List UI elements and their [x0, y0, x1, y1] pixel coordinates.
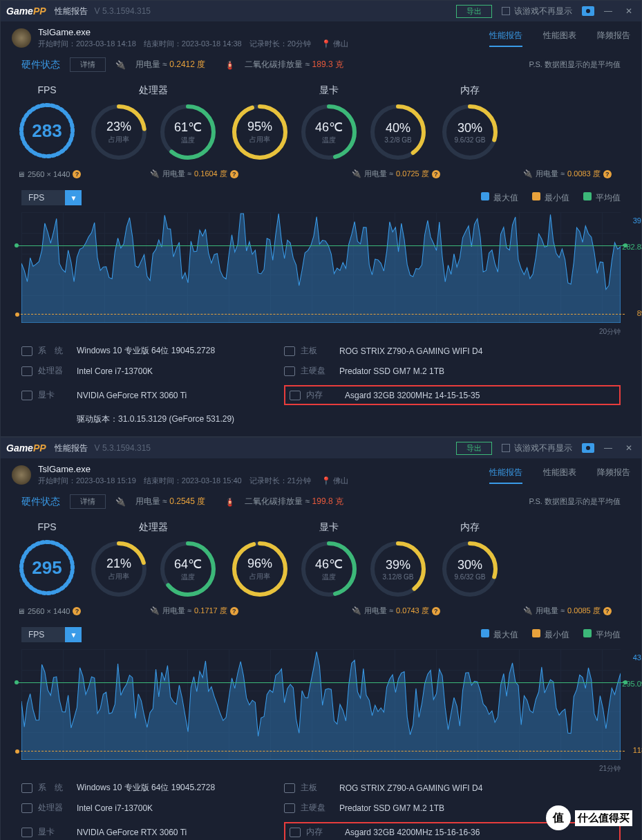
gauge-label: 3.2/8 GB — [384, 136, 411, 144]
chart-legend: 最大值 最小值 平均值 — [481, 192, 621, 204]
ram-group: 内存 30%9.6/32 GB — [440, 521, 500, 599]
gauge-label: 占用率 — [249, 572, 270, 581]
fps-chart[interactable]: 391 282.83 89 — [21, 212, 621, 323]
gauge: 46℃温度 — [299, 102, 359, 162]
cpu-label: 处理器 — [21, 365, 77, 377]
detail-button[interactable]: 详情 — [70, 57, 106, 72]
minimize-button[interactable]: — — [601, 441, 615, 455]
gauges-row: FPS 283 处理器 23%占用率 61℃温度 显卡 95%占用率 — [1, 79, 641, 167]
gauge: 46℃温度 — [299, 539, 359, 599]
dontshow-checkbox[interactable] — [502, 7, 510, 15]
legend-min: 最小值 — [532, 192, 569, 204]
status-bar: 硬件状态 详情 🔌 用电量 ≈ 0.2545 度 🧯 二氧化碳排放量 ≈ 199… — [1, 492, 641, 516]
plug-icon: 🔌 — [352, 606, 361, 615]
gauge-label: 9.6/32 GB — [454, 573, 485, 581]
cpu-group: 处理器 21%占用率 64℃温度 — [89, 521, 218, 599]
gauge-value: 295 — [32, 557, 62, 579]
os-value: Windows 10 专业版 64位 19045.2728 — [77, 345, 284, 357]
tab-2[interactable]: 降频报告 — [597, 467, 630, 484]
cpu-icon — [21, 366, 32, 376]
help-icon[interactable]: ? — [73, 170, 81, 178]
fps-chart[interactable]: 431 295.09 118 — [21, 649, 621, 760]
help-icon[interactable]: ? — [432, 607, 440, 615]
gauge: 30%9.6/32 GB — [440, 102, 500, 162]
chart-controls: FPS▼ 最大值 最小值 平均值 — [1, 623, 641, 646]
resolution: 🖥 2560 × 1440 ? — [17, 606, 107, 616]
minimize-button[interactable]: — — [601, 4, 615, 18]
chart-controls: FPS▼ 最大值 最小值 平均值 — [1, 186, 641, 209]
ram-power: 🔌用电量 ≈ 0.0085 度 ? — [523, 606, 612, 616]
mb-label: 主板 — [284, 345, 339, 357]
ram-icon — [290, 828, 301, 837]
metric-dropdown[interactable]: FPS▼ — [21, 627, 82, 642]
tab-2[interactable]: 降频报告 — [597, 30, 630, 47]
metric-dropdown[interactable]: FPS▼ — [21, 190, 82, 205]
chevron-down-icon: ▼ — [65, 627, 82, 642]
ssd-label: 主硬盘 — [284, 365, 339, 377]
cpu-value: Intel Core i7-13700K — [77, 803, 284, 813]
group-title: FPS — [37, 84, 56, 95]
gauge: 95%占用率 — [230, 102, 290, 162]
close-button[interactable]: ✕ — [622, 441, 636, 455]
help-icon[interactable]: ? — [603, 607, 612, 615]
mb-label: 主板 — [284, 782, 339, 794]
min-line — [17, 751, 625, 752]
gauge: 295 — [17, 538, 77, 597]
export-button[interactable]: 导出 — [456, 442, 492, 455]
cpu-label: 处理器 — [21, 802, 77, 814]
gauge-label: 占用率 — [249, 135, 270, 144]
gpu-label: 显卡 — [21, 389, 77, 401]
ram-power: 🔌用电量 ≈ 0.0083 度 ? — [523, 169, 612, 179]
gauge-value: 30% — [457, 121, 482, 136]
tabs: 性能报告性能图表降频报告 — [489, 467, 630, 484]
legend-avg: 平均值 — [583, 629, 621, 641]
mb-value: ROG STRIX Z790-A GAMING WIFI D4 — [339, 346, 621, 356]
camera-icon[interactable] — [582, 443, 594, 453]
fps-group: FPS 295 — [17, 521, 77, 599]
chart-duration: 20分钟 — [1, 326, 641, 338]
group-title: 处理器 — [139, 84, 168, 97]
co2-icon: 🧯 — [225, 60, 235, 70]
group-title: FPS — [37, 521, 56, 532]
help-icon[interactable]: ? — [73, 607, 81, 615]
gauges-row: FPS 295 处理器 21%占用率 64℃温度 显卡 96%占用率 — [1, 516, 641, 604]
ssd-value: Predator SSD GM7 M.2 1TB — [339, 366, 621, 376]
help-icon[interactable]: ? — [230, 170, 238, 178]
gauge: 64℃温度 — [158, 539, 218, 599]
y-min-label: 118 — [633, 746, 642, 754]
y-min-label: 89 — [637, 309, 642, 317]
help-icon[interactable]: ? — [230, 607, 238, 615]
close-button[interactable]: ✕ — [622, 4, 636, 18]
export-button[interactable]: 导出 — [456, 5, 492, 18]
gauge-value: 283 — [32, 120, 62, 142]
help-icon[interactable]: ? — [432, 170, 440, 178]
dontshow-checkbox[interactable] — [502, 444, 510, 452]
plug-icon: 🔌 — [352, 169, 361, 178]
help-icon[interactable]: ? — [603, 170, 612, 178]
os-value: Windows 10 专业版 64位 19045.2728 — [77, 782, 284, 794]
detail-button[interactable]: 详情 — [70, 494, 106, 509]
camera-icon[interactable] — [582, 6, 594, 16]
tab-0[interactable]: 性能报告 — [489, 467, 522, 484]
gauge-value: 46℃ — [315, 120, 343, 135]
monitor-icon: 🖥 — [17, 607, 25, 615]
session-meta: 开始时间：2023-03-18 14:18 结束时间：2023-03-18 14… — [38, 39, 348, 49]
tab-0[interactable]: 性能报告 — [489, 30, 522, 47]
chart-duration: 21分钟 — [1, 763, 641, 775]
ssd-label: 主硬盘 — [284, 802, 339, 814]
cpu-power: 🔌用电量 ≈ 0.1604 度 ? — [150, 169, 278, 179]
gauge: 61℃温度 — [158, 102, 218, 162]
avg-line — [15, 245, 627, 246]
exe-name: TslGame.exe — [38, 464, 348, 474]
disk-icon — [284, 803, 295, 813]
gauge-label: 温度 — [181, 136, 195, 145]
gpu-group: 显卡 95%占用率 46℃温度 40%3.2/8 GB — [230, 84, 428, 162]
ps-note: P.S. 数据图显示的是平均值 — [529, 59, 621, 70]
cpu-icon — [21, 803, 32, 813]
windows-icon — [21, 783, 32, 793]
tab-1[interactable]: 性能图表 — [543, 467, 576, 484]
header: TslGame.exe 开始时间：2023-03-18 15:19 结束时间：2… — [1, 458, 641, 492]
tab-1[interactable]: 性能图表 — [543, 30, 576, 47]
windows-icon — [21, 346, 32, 356]
gauge-value: 30% — [457, 558, 482, 572]
